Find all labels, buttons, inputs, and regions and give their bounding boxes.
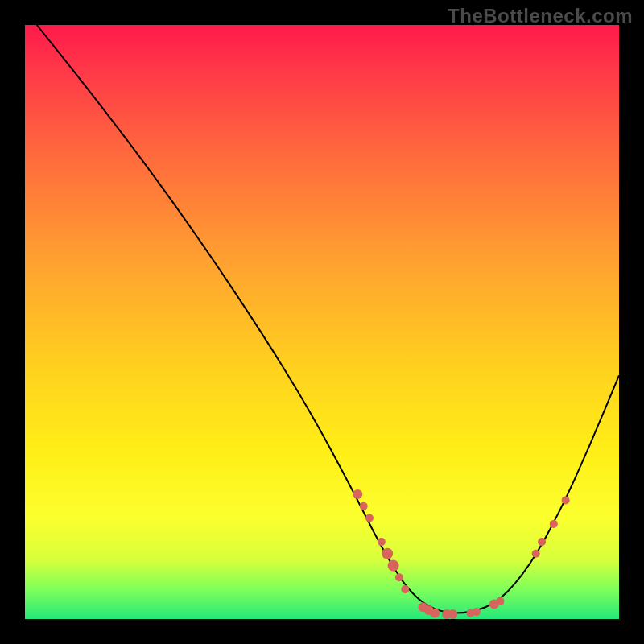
data-dot [382,548,393,559]
data-dot [353,489,362,499]
data-dot [473,608,481,616]
bottleneck-curve [37,25,619,613]
data-dot [532,550,540,558]
data-dot [448,609,457,619]
data-dot [401,585,409,593]
data-dot [496,597,504,605]
data-dot [365,514,374,522]
data-dot [550,520,558,528]
data-dot [360,502,368,510]
data-dot [430,609,440,618]
chart-svg [25,25,619,619]
data-dot [388,560,399,572]
data-dot [378,538,386,546]
data-dot [538,538,546,546]
data-dot [395,573,403,581]
data-dot [562,496,570,504]
data-dots-group [353,489,569,619]
watermark-text: TheBottleneck.com [448,5,633,27]
